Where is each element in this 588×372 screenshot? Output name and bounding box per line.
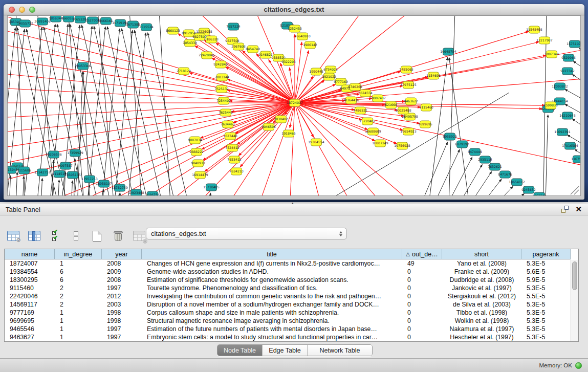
graph-node[interactable]: 9474444 xyxy=(468,148,482,156)
column-header-name[interactable]: name xyxy=(5,249,55,259)
vertical-scrollbar[interactable] xyxy=(571,260,578,341)
graph-node[interactable]: 8471676 xyxy=(498,171,512,178)
splitter-grip[interactable]: ▴ xyxy=(292,202,296,204)
graph-node[interactable]: 20364436 xyxy=(343,97,359,104)
graph-node[interactable]: 17957253 xyxy=(81,176,98,183)
graph-node[interactable]: 7653412 xyxy=(227,156,242,163)
graph-node[interactable]: 17359929 xyxy=(67,149,83,157)
graph-node[interactable]: 1986142 xyxy=(303,41,317,49)
graph-node[interactable]: 7623448 xyxy=(223,133,237,140)
graph-node[interactable]: 2026756 xyxy=(145,191,160,196)
graph-node[interactable]: 6746266 xyxy=(348,83,362,91)
graph-node[interactable]: 19654923 xyxy=(400,128,417,135)
table-row[interactable]: 946362711997Embryonic stem cells: a mode… xyxy=(5,333,571,341)
graph-node[interactable]: 7634463 xyxy=(221,121,235,128)
graph-node[interactable]: 7634210 xyxy=(229,168,244,175)
graph-node[interactable]: 6879197 xyxy=(455,141,469,148)
graph-node[interactable]: 7515524 xyxy=(139,24,154,31)
graph-node[interactable]: 2803144 xyxy=(215,74,229,81)
graph-node[interactable]: 8186328 xyxy=(204,36,219,43)
graph-node[interactable]: 16210643 xyxy=(559,112,576,119)
graph-node[interactable]: 2718120 xyxy=(177,68,191,75)
graph-node[interactable]: 19756928 xyxy=(394,142,410,149)
graph-node[interactable]: 7525132 xyxy=(214,85,229,93)
graph-node[interactable]: 7625440 xyxy=(219,109,233,116)
graph-node[interactable]: 1921022 xyxy=(322,73,336,80)
float-panel-icon[interactable] xyxy=(561,206,569,213)
graph-node[interactable]: 20206536 xyxy=(46,151,62,158)
graph-node[interactable]: 7254402 xyxy=(216,97,231,104)
graph-node[interactable]: 10654112 xyxy=(509,179,525,186)
graph-node[interactable]: 1115686 xyxy=(17,167,31,174)
scrollbar-thumb[interactable] xyxy=(572,261,577,290)
graph-node[interactable]: 1990448 xyxy=(309,68,323,75)
table-mode-button[interactable]: ⚙ xyxy=(6,230,20,242)
table-row[interactable]: 911546021997Tourette syndrome. Phenomeno… xyxy=(5,284,571,292)
column-header-pagerank[interactable]: pagerank xyxy=(521,249,571,259)
graph-node[interactable]: 1252453 xyxy=(288,25,302,32)
window-titlebar[interactable]: citations_edges.txt xyxy=(4,4,584,15)
graph-node[interactable]: 12217987 xyxy=(536,37,553,44)
citation-network-graph[interactable]: 1872400718530121405571220891406185634416… xyxy=(8,16,581,196)
graph-node[interactable]: 9245652 xyxy=(521,186,536,193)
create-column-button[interactable] xyxy=(90,230,104,242)
table-row[interactable]: 969969511998Structural magnetic resonanc… xyxy=(5,317,571,325)
graph-node[interactable]: 14055712 xyxy=(17,20,33,27)
graph-node[interactable]: 20891406 xyxy=(34,18,51,25)
graph-node[interactable]: 9466161 xyxy=(99,17,113,25)
graph-node[interactable]: 1918465 xyxy=(281,130,296,137)
graph-node[interactable]: 10807487 xyxy=(369,95,386,102)
column-header-out_de[interactable]: △out_de… xyxy=(402,249,442,259)
graph-node[interactable]: 15720407 xyxy=(359,118,376,125)
graph-node[interactable]: 16782759 xyxy=(112,184,128,191)
graph-node[interactable]: 16958107 xyxy=(96,180,112,187)
network-window[interactable]: citations_edges.txt 18724007185301214055… xyxy=(4,4,584,200)
table-row[interactable]: 1456911722003Disruption of a novel membe… xyxy=(5,300,571,309)
graph-node[interactable]: 9115460 xyxy=(419,104,433,111)
graph-node[interactable]: 1167531 xyxy=(571,156,581,163)
graph-node[interactable]: 8454749 xyxy=(246,46,260,53)
column-header-in_degree[interactable]: in_degree xyxy=(55,249,102,259)
graph-node[interactable]: 9146821 xyxy=(258,51,273,58)
graph-node[interactable]: 9227342 xyxy=(560,68,575,75)
graph-node[interactable]: 9242848 xyxy=(213,61,228,68)
graph-node[interactable]: 9887834 xyxy=(188,137,202,144)
graph-node[interactable]: 7486322 xyxy=(353,107,367,114)
graph-node[interactable]: 1830402 xyxy=(274,116,288,123)
graph-node[interactable]: 10688609 xyxy=(365,128,381,135)
graph-node[interactable]: 12093872 xyxy=(552,83,568,90)
graph-node[interactable]: 1963344 xyxy=(532,192,547,196)
column-header-short[interactable]: short xyxy=(442,249,521,259)
graph-node[interactable]: 15751074 xyxy=(567,40,581,48)
graph-node[interactable]: 9097587 xyxy=(58,162,73,169)
graph-node[interactable]: 6734023 xyxy=(323,66,338,73)
graph-node[interactable]: 3624554 xyxy=(358,90,373,97)
graph-node[interactable]: 8938923 xyxy=(443,133,457,140)
graph-node[interactable]: 1097349 xyxy=(545,51,559,58)
graph-node[interactable]: 9322203 xyxy=(281,58,296,65)
graph-node[interactable]: 2967608 xyxy=(231,43,246,50)
table-row[interactable]: 1830029562008Estimation of significance … xyxy=(5,276,571,284)
graph-node[interactable]: 1527002 xyxy=(85,17,100,24)
graph-node[interactable]: 7957224 xyxy=(226,23,241,30)
graph-node[interactable]: 17016504 xyxy=(562,142,578,149)
graph-node[interactable]: 19384554 xyxy=(308,139,324,146)
graph-node[interactable]: 22420046 xyxy=(199,52,215,59)
graph-node[interactable]: 18807249 xyxy=(372,140,388,147)
row-height-button[interactable] xyxy=(69,230,83,242)
show-columns-button[interactable] xyxy=(27,230,41,242)
graph-node[interactable]: 20053346 xyxy=(75,62,91,70)
column-header-title[interactable]: title xyxy=(142,249,402,259)
tab-edge-table[interactable]: Edge Table xyxy=(263,345,308,356)
table-row[interactable]: 977716911998Corpus callosum shape and si… xyxy=(5,309,571,317)
delete-column-button[interactable] xyxy=(111,230,125,242)
graph-node[interactable]: 9463627 xyxy=(404,98,418,105)
close-panel-icon[interactable]: ✕ xyxy=(575,206,582,213)
graph-node[interactable]: 9777169 xyxy=(334,78,348,85)
graph-node[interactable]: 9046506 xyxy=(262,123,276,130)
graph-node[interactable]: 9671388 xyxy=(126,21,140,28)
graph-node[interactable]: 9329966 xyxy=(561,54,576,61)
graph-node[interactable]: 7632621 xyxy=(488,163,502,170)
graph-node[interactable]: 12342757 xyxy=(34,169,51,176)
table-row[interactable]: 946554611997Estimation of the future num… xyxy=(5,325,571,333)
